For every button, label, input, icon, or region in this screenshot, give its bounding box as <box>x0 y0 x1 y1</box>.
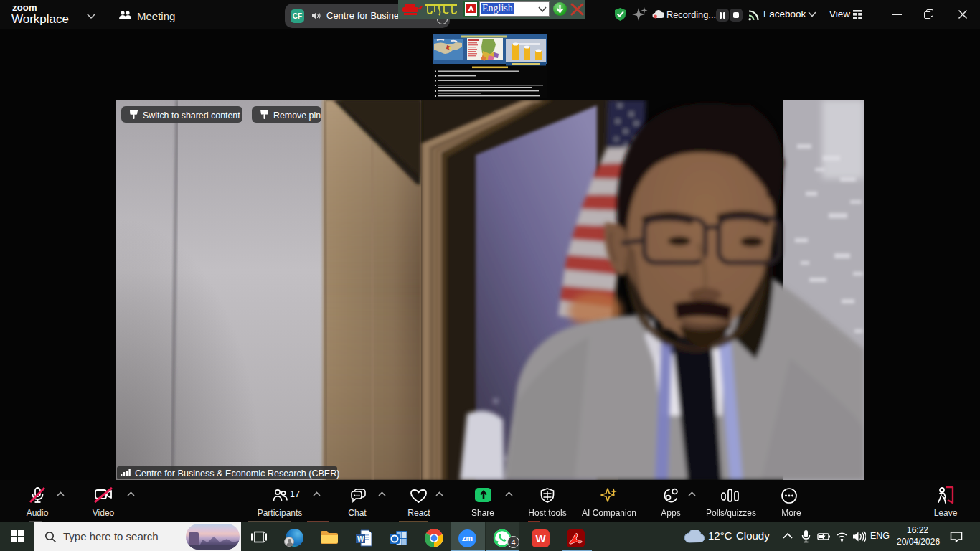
svg-text:Remove pin: Remove pin <box>273 110 321 121</box>
svg-text:Centre for Business & Economic: Centre for Business & Economic Research … <box>135 468 340 479</box>
svg-text:W: W <box>357 535 364 543</box>
svg-text:Switch to shared content: Switch to shared content <box>143 110 240 121</box>
